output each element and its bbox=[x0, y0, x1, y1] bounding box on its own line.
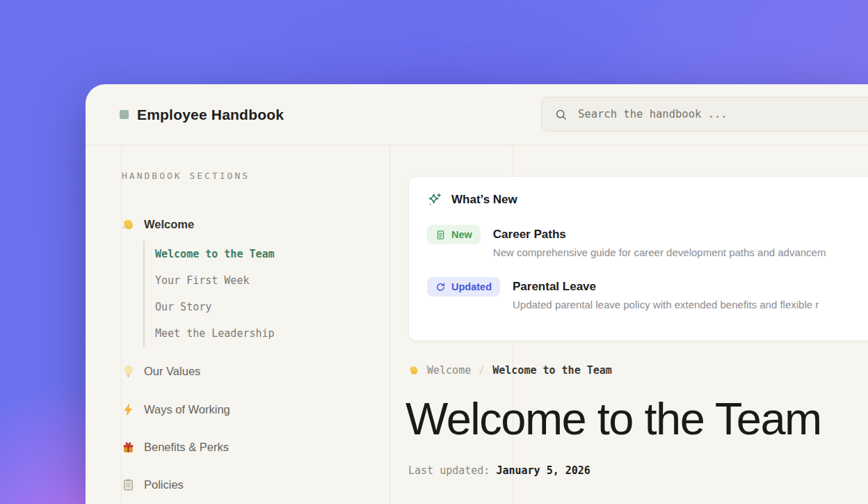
breadcrumb-section[interactable]: Welcome bbox=[427, 364, 471, 377]
sidebar-item-our-values[interactable]: Our Values bbox=[122, 363, 200, 379]
sparkle-icon bbox=[427, 192, 442, 207]
app-logo-icon bbox=[120, 110, 129, 119]
page-title: Welcome to the Team bbox=[405, 396, 821, 441]
sidebar-subnav-welcome: Welcome to the Team Your First Week Our … bbox=[143, 241, 275, 347]
subnav-item-our-story[interactable]: Our Story bbox=[155, 294, 275, 320]
breadcrumb-separator: / bbox=[479, 364, 485, 377]
search-input[interactable] bbox=[577, 107, 868, 121]
search-bar[interactable] bbox=[541, 97, 868, 132]
whats-new-item-text: Parental Leave Updated parental leave po… bbox=[513, 277, 819, 310]
whats-new-item-title: Parental Leave bbox=[513, 280, 819, 294]
gift-box-icon bbox=[122, 441, 135, 454]
whats-new-item-parental-leave[interactable]: Updated Parental Leave Updated parental … bbox=[427, 277, 868, 310]
subnav-item-your-first-week[interactable]: Your First Week bbox=[155, 267, 275, 294]
app-title: Employee Handbook bbox=[137, 107, 284, 123]
sidebar-heading: HANDBOOK SECTIONS bbox=[122, 171, 250, 181]
app-window: Employee Handbook HANDBOOK SECTIONS bbox=[86, 84, 868, 504]
document-icon bbox=[435, 230, 446, 240]
updated-badge: Updated bbox=[427, 277, 500, 297]
search-icon bbox=[554, 108, 568, 121]
whats-new-item-text: Career Paths New comprehensive guide for… bbox=[493, 225, 826, 258]
sidebar-item-label: Welcome bbox=[144, 218, 194, 231]
lightning-bolt-icon bbox=[122, 403, 135, 416]
waving-hand-icon bbox=[408, 365, 419, 376]
breadcrumb-current: Welcome to the Team bbox=[492, 364, 612, 377]
brand: Employee Handbook bbox=[120, 84, 284, 145]
sidebar-item-label: Policies bbox=[144, 478, 184, 491]
grid-line bbox=[389, 145, 390, 504]
whats-new-item-desc: New comprehensive guide for career devel… bbox=[493, 246, 826, 258]
sidebar-item-label: Benefits & Perks bbox=[144, 441, 229, 454]
whats-new-card: What’s New New Career Paths New comprehe… bbox=[408, 176, 868, 341]
whats-new-item-career-paths[interactable]: New Career Paths New comprehensive guide… bbox=[427, 225, 868, 258]
sidebar-item-ways-of-working[interactable]: Ways of Working bbox=[122, 401, 230, 418]
sidebar-item-label: Ways of Working bbox=[144, 403, 230, 416]
sidebar-item-policies[interactable]: Policies bbox=[122, 476, 184, 493]
sidebar-item-label: Our Values bbox=[144, 365, 200, 378]
last-updated: Last updated: January 5, 2026 bbox=[408, 464, 590, 477]
clipboard-icon bbox=[122, 478, 135, 491]
sidebar-item-welcome[interactable]: Welcome bbox=[122, 216, 194, 233]
whats-new-item-title: Career Paths bbox=[493, 228, 826, 242]
breadcrumb: Welcome / Welcome to the Team bbox=[408, 364, 612, 377]
light-bulb-icon bbox=[122, 365, 135, 378]
subnav-item-welcome-to-the-team[interactable]: Welcome to the Team bbox=[155, 241, 275, 267]
whats-new-header: What’s New bbox=[427, 192, 868, 207]
whats-new-item-desc: Updated parental leave policy with exten… bbox=[513, 299, 819, 310]
refresh-icon bbox=[435, 282, 446, 292]
last-updated-label: Last updated: bbox=[408, 464, 490, 477]
waving-hand-icon bbox=[122, 218, 135, 231]
last-updated-value: January 5, 2026 bbox=[496, 464, 590, 477]
new-badge: New bbox=[427, 225, 481, 244]
app-header: Employee Handbook bbox=[86, 84, 868, 145]
desktop-background: Employee Handbook HANDBOOK SECTIONS bbox=[0, 0, 868, 504]
sidebar-item-benefits-perks[interactable]: Benefits & Perks bbox=[122, 439, 229, 455]
whats-new-title: What’s New bbox=[451, 193, 517, 207]
subnav-item-meet-the-leadership[interactable]: Meet the Leadership bbox=[155, 320, 275, 347]
